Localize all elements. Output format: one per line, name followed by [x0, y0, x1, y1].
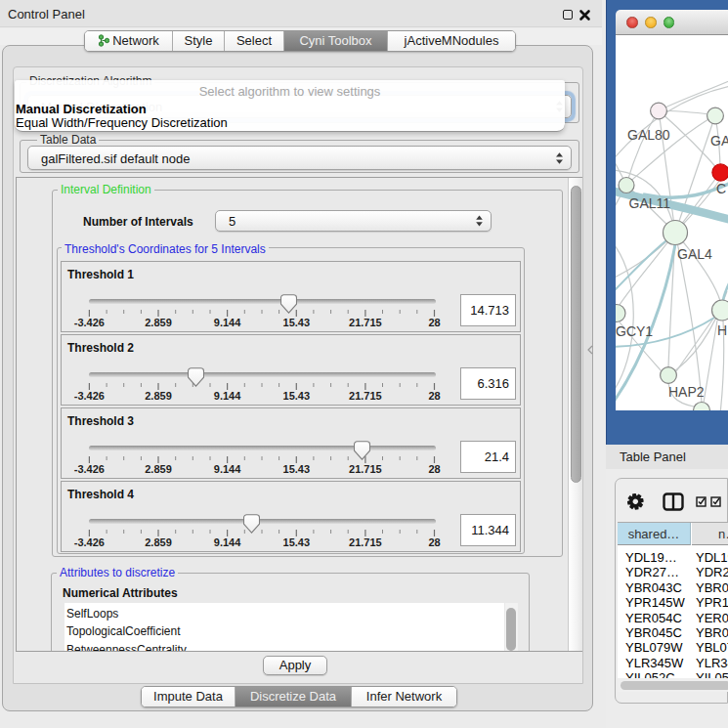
svg-text:GAL80: GAL80 — [627, 127, 670, 143]
svg-text:GAL11: GAL11 — [629, 195, 671, 211]
svg-text:GAL4: GAL4 — [677, 246, 712, 262]
svg-text:H: H — [717, 322, 727, 338]
svg-text:GA: GA — [710, 133, 728, 149]
svg-text:C: C — [716, 181, 726, 196]
svg-text:GCY1: GCY1 — [616, 323, 653, 339]
svg-text:HAP2: HAP2 — [668, 384, 705, 400]
